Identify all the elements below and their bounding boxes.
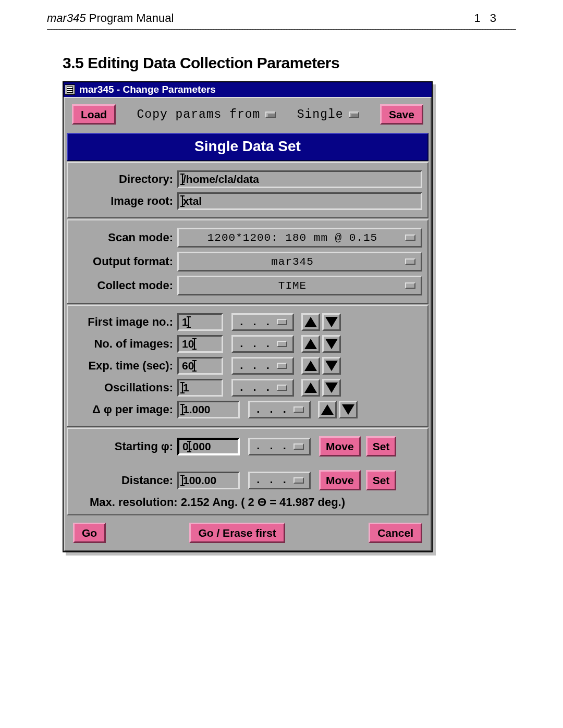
go-erase-first-button[interactable]: Go / Erase first [189, 523, 285, 543]
page-header: mar345 Program Manual 1 3 [0, 0, 563, 29]
option-indicator-icon [293, 477, 304, 484]
image-root-field[interactable]: xtal [177, 192, 422, 210]
step-dots: . . . [238, 316, 271, 328]
modes-section: Scan mode: 1200*1200: 180 mm @ 0.15 Outp… [67, 219, 429, 304]
startphi-label: Starting φ: [73, 440, 177, 453]
distance-step-menu[interactable]: . . . [248, 472, 311, 489]
exptime-up-button[interactable] [301, 357, 320, 375]
dphi-value: 1.000 [183, 403, 211, 416]
oscillations-field[interactable]: 1 [177, 379, 223, 397]
copy-params-from-label: Copy params from [137, 108, 261, 121]
option-indicator-icon [277, 385, 287, 391]
startphi-set-button[interactable]: Set [366, 436, 397, 456]
exptime-field[interactable]: 60 [177, 357, 223, 375]
text-caret-icon [182, 404, 183, 415]
option-indicator-icon [405, 235, 415, 241]
mode-menu[interactable]: Single [297, 108, 359, 121]
oscillations-step-menu[interactable]: . . . [231, 379, 294, 397]
step-dots: . . . [238, 338, 271, 350]
page-number: 1 3 [474, 11, 499, 25]
counts-section: First image no.: 1 . . . No. of images: [67, 305, 429, 427]
triangle-up-icon [304, 339, 317, 349]
program-name: mar345 [47, 11, 86, 24]
option-indicator-icon [277, 341, 287, 347]
distance-value: 100.00 [183, 474, 216, 487]
triangle-down-icon [325, 361, 338, 371]
change-parameters-dialog: mar345 - Change Parameters Load Copy par… [63, 81, 433, 552]
first-image-step-menu[interactable]: . . . [231, 313, 294, 331]
triangle-up-icon [304, 382, 317, 393]
option-indicator-icon [405, 258, 415, 265]
noimages-down-button[interactable] [322, 335, 341, 353]
first-image-label: First image no.: [73, 315, 177, 329]
exptime-step-menu[interactable]: . . . [231, 357, 294, 375]
startphi-field[interactable]: 0.000 [177, 438, 240, 455]
output-format-value: mar345 [271, 256, 314, 268]
distance-field[interactable]: 100.00 [177, 472, 240, 489]
system-menu-icon[interactable] [65, 84, 75, 95]
triangle-down-icon [342, 404, 354, 415]
text-caret-icon [182, 475, 183, 486]
program-manual: Program Manual [86, 11, 174, 24]
text-caret-icon [189, 441, 190, 452]
directory-value: /home/cla/data [183, 173, 259, 186]
step-dots: . . . [238, 382, 271, 394]
go-button[interactable]: Go [73, 523, 106, 543]
save-button[interactable]: Save [380, 104, 423, 125]
startphi-move-button[interactable]: Move [319, 436, 361, 456]
text-caret-icon [182, 196, 183, 206]
dphi-label: Δ φ per image: [73, 403, 177, 416]
startphi-step-menu[interactable]: . . . [248, 438, 311, 455]
oscillations-label: Oscillations: [73, 381, 177, 394]
noimages-field[interactable]: 10 [177, 335, 223, 353]
dphi-step-menu[interactable]: . . . [248, 401, 311, 418]
oscillations-down-button[interactable] [322, 379, 341, 397]
text-caret-icon [182, 174, 183, 184]
paths-section: Directory: /home/cla/data Image root: xt… [67, 162, 429, 218]
collect-mode-dropdown[interactable]: TIME [177, 276, 422, 295]
collect-mode-value: TIME [278, 280, 307, 292]
header-rule [47, 29, 516, 30]
dialog-body: Load Copy params from Single Save Single… [64, 97, 432, 551]
bottom-button-bar: Go Go / Erase first Cancel [65, 516, 431, 550]
window-title: mar345 - Change Parameters [79, 84, 216, 95]
load-button[interactable]: Load [72, 104, 116, 125]
dphi-field[interactable]: 1.000 [177, 401, 240, 418]
noimages-step-menu[interactable]: . . . [231, 335, 294, 353]
scan-mode-dropdown[interactable]: 1200*1200: 180 mm @ 0.15 [177, 228, 422, 248]
first-image-up-button[interactable] [301, 313, 320, 331]
triangle-down-icon [325, 382, 338, 393]
oscillations-up-button[interactable] [301, 379, 320, 397]
dphi-down-button[interactable] [339, 401, 358, 418]
text-caret-icon [194, 361, 195, 371]
noimages-label: No. of images: [73, 337, 177, 351]
first-image-down-button[interactable] [322, 313, 341, 331]
option-indicator-icon [405, 282, 415, 289]
first-image-field[interactable]: 1 [177, 313, 223, 331]
titlebar[interactable]: mar345 - Change Parameters [64, 82, 432, 97]
copy-params-from-menu[interactable]: Copy params from [137, 108, 276, 121]
triangle-up-icon [304, 361, 317, 371]
section-title: 3.5 Editing Data Collection Parameters [63, 54, 563, 72]
top-toolbar: Load Copy params from Single Save [65, 98, 431, 132]
step-dots: . . . [255, 474, 288, 486]
cancel-button[interactable]: Cancel [369, 523, 422, 543]
output-format-dropdown[interactable]: mar345 [177, 252, 422, 272]
option-indicator-icon [265, 112, 276, 118]
distance-set-button[interactable]: Set [366, 470, 397, 490]
option-indicator-icon [277, 363, 287, 369]
step-dots: . . . [255, 404, 288, 416]
triangle-up-icon [321, 404, 334, 415]
geometry-section: Starting φ: 0.000 . . . Move Set Distanc… [67, 428, 429, 515]
max-resolution-line: Max. resolution: 2.152 Ang. ( 2 Θ = 41.9… [73, 496, 422, 511]
triangle-up-icon [304, 317, 317, 327]
noimages-up-button[interactable] [301, 335, 320, 353]
option-indicator-icon [277, 319, 287, 325]
header-left: mar345 Program Manual [47, 11, 174, 25]
exptime-down-button[interactable] [322, 357, 341, 375]
directory-field[interactable]: /home/cla/data [177, 170, 422, 188]
mode-label: Single [297, 108, 344, 121]
triangle-down-icon [325, 317, 338, 327]
dphi-up-button[interactable] [318, 401, 337, 418]
distance-move-button[interactable]: Move [319, 470, 361, 490]
